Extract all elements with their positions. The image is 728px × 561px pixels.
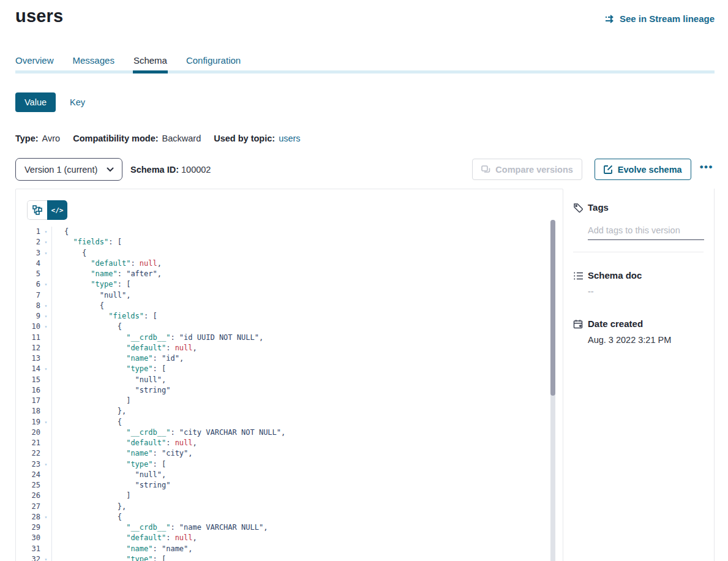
code-text: "null", [52,470,166,480]
tab-overview[interactable]: Overview [15,55,54,66]
sidebar-divider [573,252,704,252]
code-text: "null", [52,290,130,301]
tab-underline-track [15,70,715,73]
code-text: "name": "city", [52,448,193,459]
code-text: "type": [ [52,364,166,374]
code-text: { [52,322,122,332]
line-number: 20 [16,427,40,438]
code-line: 1▾{ [16,227,563,237]
code-line: 30 "default": null, [16,533,563,543]
code-line: 31 "name": "name", [16,544,563,554]
fold-spacer [40,343,52,353]
stream-lineage-link[interactable]: See in Stream lineage [605,13,715,24]
code-text: "fields": [ [52,237,122,247]
line-number: 4 [16,258,40,269]
fold-spacer [40,533,52,543]
tab-configuration[interactable]: Configuration [186,55,241,66]
list-icon [573,271,584,281]
code-text: "null", [52,375,166,385]
code-text: "type": [ [52,554,166,561]
code-text: "string" [52,385,170,396]
code-line: 28▾ { [16,512,563,522]
schema-id: Schema ID: 100002 [130,165,211,175]
fold-arrow-icon[interactable]: ▾ [40,364,52,374]
line-number: 24 [16,470,40,480]
code-line: 20 "__crdb__": "city VARCHAR NOT NULL", [16,427,563,438]
line-number: 8 [16,301,40,311]
fold-spacer [40,502,52,512]
evolve-schema-button[interactable]: Evolve schema [595,159,691,180]
code-line: 2▾ "fields": [ [16,237,563,247]
line-number: 12 [16,343,40,353]
editor-scrollbar-track[interactable] [550,220,555,561]
code-view-button[interactable]: </> [47,200,67,220]
code-text: "__crdb__": "name VARCHAR NULL", [52,522,268,533]
code-line: 22 "name": "city", [16,448,563,459]
code-line: 7 "null", [16,290,563,301]
tags-section: Tags [563,202,704,240]
code-line: 29 "__crdb__": "name VARCHAR NULL", [16,522,563,533]
line-number: 6 [16,279,40,290]
type-label: Type: [15,134,39,143]
topic-link[interactable]: users [279,134,300,143]
value-key-toggle: Value Key [15,92,715,112]
line-number: 27 [16,502,40,512]
code-line: 26 ] [16,491,563,501]
code-text: "default": null, [52,533,197,543]
compatibility-value: Backward [162,134,201,143]
code-line: 14▾ "type": [ [16,364,563,374]
fold-arrow-icon[interactable]: ▾ [40,248,52,258]
schema-main: </> 1▾{2▾ "fields": [3▾ {4 "default": nu… [15,189,715,561]
fold-arrow-icon[interactable]: ▾ [40,237,52,247]
key-tab-button[interactable]: Key [70,97,85,107]
schema-sidebar: Tags Schema doc -- [563,189,715,561]
code-line: 25 "string" [16,480,563,491]
tab-messages[interactable]: Messages [73,55,114,66]
code-text: { [52,512,122,522]
line-number: 18 [16,406,40,416]
tags-title: Tags [588,202,704,213]
code-text: "__crdb__": "id UUID NOT NULL", [52,333,263,343]
line-number: 23 [16,459,40,470]
code-text: "type": [ [52,459,166,470]
fold-arrow-icon[interactable]: ▾ [40,417,52,427]
line-number: 19 [16,417,40,427]
fold-arrow-icon[interactable]: ▾ [40,279,52,290]
value-tab-button[interactable]: Value [15,92,56,112]
fold-arrow-icon[interactable]: ▾ [40,227,52,237]
date-created-title: Date created [588,318,704,329]
compare-versions-button[interactable]: Compare versions [472,159,582,180]
more-options-button[interactable]: ••• [699,159,715,181]
tree-view-button[interactable] [27,200,47,220]
version-select[interactable]: Version 1 (current) [15,158,122,181]
code-text: "name": "id", [52,353,184,364]
version-bar: Version 1 (current) Schema ID: 100002 Co… [15,158,715,181]
line-number: 5 [16,269,40,279]
fold-arrow-icon[interactable]: ▾ [40,459,52,470]
code-text: "string" [52,480,170,491]
code-line: 3▾ { [16,248,563,258]
code-line: 18 }, [16,406,563,416]
fold-arrow-icon[interactable]: ▾ [40,512,52,522]
schema-doc-title: Schema doc [588,270,704,280]
add-tags-input[interactable] [588,225,704,240]
fold-spacer [40,448,52,459]
line-number: 31 [16,544,40,554]
line-number: 9 [16,311,40,322]
line-number: 29 [16,522,40,533]
code-text: }, [52,406,126,416]
code-text: "type": [ [52,279,130,290]
code-text: "default": null, [52,258,162,269]
line-number: 15 [16,375,40,385]
fold-arrow-icon[interactable]: ▾ [40,301,52,311]
line-number: 10 [16,322,40,332]
fold-arrow-icon[interactable]: ▾ [40,322,52,332]
tab-schema[interactable]: Schema [133,55,167,66]
fold-spacer [40,353,52,364]
line-number: 28 [16,512,40,522]
fold-spacer [40,269,52,279]
fold-arrow-icon[interactable]: ▾ [40,554,52,561]
fold-arrow-icon[interactable]: ▾ [40,311,52,322]
compatibility-label: Compatibility mode: [73,134,158,143]
editor-scrollbar-thumb[interactable] [550,220,555,396]
